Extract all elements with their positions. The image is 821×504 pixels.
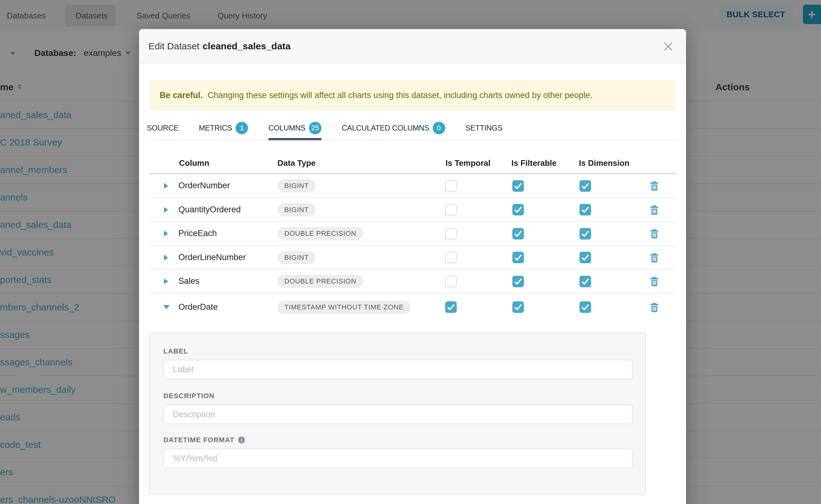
warning-bold-text: Be careful. xyxy=(160,91,203,100)
data-type-pill: BIGINT xyxy=(277,179,315,192)
delete-column-icon[interactable] xyxy=(650,303,659,312)
checkbox-checked[interactable] xyxy=(512,228,524,240)
checkbox-checked[interactable] xyxy=(512,180,524,192)
tab-count-badge: 25 xyxy=(309,122,321,134)
active-tab-underline xyxy=(268,138,321,140)
tab-label: COLUMNS xyxy=(268,124,305,132)
data-type-pill: TIMESTAMP WITHOUT TIME ZONE xyxy=(277,301,410,314)
delete-column-icon[interactable] xyxy=(650,205,659,215)
tabs-bottom-border xyxy=(146,140,676,141)
checkbox-checked[interactable] xyxy=(580,301,591,313)
modal-tabs: SOURCEMETRICS1COLUMNS25CALCULATED COLUMN… xyxy=(147,116,502,141)
tab-columns[interactable]: COLUMNS25 xyxy=(268,116,321,140)
description-input[interactable] xyxy=(163,405,633,424)
column-row-ordernumber: OrderNumberBIGINT xyxy=(139,174,686,198)
column-header-istemporal: Is Temporal xyxy=(446,158,491,168)
checkbox-checked[interactable] xyxy=(580,204,591,215)
checkbox-checked[interactable] xyxy=(512,252,524,263)
expand-row-icon[interactable] xyxy=(164,279,168,284)
column-row-quantityordered: QuantityOrderedBIGINT xyxy=(139,198,686,222)
tab-source[interactable]: SOURCE xyxy=(147,116,178,140)
column-header-isdimension: Is Dimension xyxy=(579,158,630,168)
column-row-sales: SalesDOUBLE PRECISION xyxy=(139,269,686,294)
expand-row-icon[interactable] xyxy=(164,231,168,236)
data-type-pill: DOUBLE PRECISION xyxy=(277,275,363,288)
tab-count-badge: 0 xyxy=(433,122,445,134)
column-name: OrderDate xyxy=(178,302,218,312)
checkbox-checked[interactable] xyxy=(445,301,457,313)
column-row-priceeach: PriceEachDOUBLE PRECISION xyxy=(139,222,686,246)
checkbox-unchecked[interactable] xyxy=(445,204,457,215)
data-type-pill: BIGINT xyxy=(277,203,315,216)
tab-calculated-columns[interactable]: CALCULATED COLUMNS0 xyxy=(342,116,445,140)
expand-row-icon[interactable] xyxy=(164,183,168,189)
label-input[interactable] xyxy=(163,360,633,379)
edit-dataset-modal: Edit Dataset cleaned_sales_data Be caref… xyxy=(139,29,686,504)
tab-label: CALCULATED COLUMNS xyxy=(342,124,429,132)
column-detail-panel: LABEL DESCRIPTION DATETIME FORMATi xyxy=(149,333,646,495)
column-name: Sales xyxy=(178,276,200,286)
modal-header: Edit Dataset cleaned_sales_data xyxy=(139,29,686,63)
checkbox-checked[interactable] xyxy=(512,276,524,287)
modal-title: Edit Dataset cleaned_sales_data xyxy=(148,29,290,63)
data-type-pill: BIGINT xyxy=(277,251,315,264)
warning-banner: Be careful. Changing these settings will… xyxy=(149,80,676,111)
checkbox-unchecked[interactable] xyxy=(445,276,457,287)
tab-metrics[interactable]: METRICS1 xyxy=(199,116,248,140)
checkbox-checked[interactable] xyxy=(580,228,591,240)
column-name: OrderNumber xyxy=(178,181,230,190)
tab-settings[interactable]: SETTINGS xyxy=(466,116,502,140)
expand-row-icon[interactable] xyxy=(164,255,168,260)
delete-column-icon[interactable] xyxy=(650,181,659,191)
column-row-orderdate: OrderDateTIMESTAMP WITHOUT TIME ZONE xyxy=(139,294,686,321)
checkbox-checked[interactable] xyxy=(512,301,524,313)
column-row-orderlinenumber: OrderLineNumberBIGINT xyxy=(139,246,686,270)
collapse-row-icon[interactable] xyxy=(163,305,170,309)
datetime-format-input[interactable] xyxy=(163,449,633,468)
modal-title-dataset: cleaned_sales_data xyxy=(202,41,290,52)
checkbox-checked[interactable] xyxy=(580,180,591,192)
expand-row-icon[interactable] xyxy=(164,207,168,213)
data-type-pill: DOUBLE PRECISION xyxy=(277,227,363,240)
column-header-column: Column xyxy=(179,158,209,168)
tab-label: SOURCE xyxy=(147,124,178,132)
column-name: PriceEach xyxy=(178,229,217,238)
column-header-isfilterable: Is Filterable xyxy=(512,158,557,168)
column-name: QuantityOrdered xyxy=(178,205,241,215)
checkbox-checked[interactable] xyxy=(580,276,591,287)
description-field-label: DESCRIPTION xyxy=(163,392,215,400)
checkbox-checked[interactable] xyxy=(512,204,524,215)
checkbox-checked[interactable] xyxy=(580,252,591,263)
info-icon[interactable]: i xyxy=(238,437,245,443)
warning-text: Changing these settings will affect all … xyxy=(208,91,593,100)
column-name: OrderLineNumber xyxy=(178,253,246,262)
datetime-field-label: DATETIME FORMATi xyxy=(163,436,245,444)
modal-title-prefix: Edit Dataset xyxy=(148,41,199,52)
checkbox-unchecked[interactable] xyxy=(445,180,457,192)
tab-label: SETTINGS xyxy=(466,124,502,132)
column-header-datatype: Data Type xyxy=(277,158,315,168)
delete-column-icon[interactable] xyxy=(650,277,659,286)
delete-column-icon[interactable] xyxy=(650,229,659,239)
checkbox-unchecked[interactable] xyxy=(445,228,457,240)
tab-label: METRICS xyxy=(199,124,232,132)
close-icon[interactable] xyxy=(663,42,673,52)
label-field-label: LABEL xyxy=(163,347,188,355)
checkbox-unchecked[interactable] xyxy=(445,252,457,263)
delete-column-icon[interactable] xyxy=(650,253,659,263)
tab-count-badge: 1 xyxy=(235,122,248,134)
